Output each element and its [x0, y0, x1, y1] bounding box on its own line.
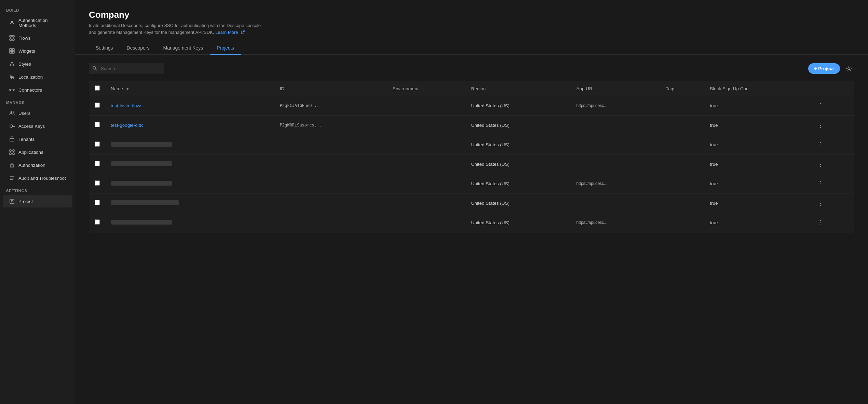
col-app-url: App URL [571, 81, 661, 96]
col-name: Name ▼ [105, 81, 274, 96]
row-environment [387, 154, 466, 174]
access-keys-icon [9, 123, 15, 129]
row-name [105, 174, 274, 193]
sidebar-item-project[interactable]: Project [3, 195, 72, 207]
tab-settings[interactable]: Settings [89, 42, 120, 55]
row-app-url: https://api.desc... [571, 174, 661, 193]
row-checkbox[interactable] [95, 142, 100, 147]
tab-descopers[interactable]: Descopers [120, 42, 157, 55]
row-checkbox[interactable] [95, 161, 100, 166]
select-all-checkbox[interactable] [95, 85, 100, 91]
row-app-url [571, 116, 661, 135]
row-environment [387, 193, 466, 213]
sidebar-item-access-keys[interactable]: Access Keys [3, 120, 72, 132]
row-id [274, 154, 387, 174]
tab-management-keys[interactable]: Management Keys [157, 42, 210, 55]
col-block-sign-up: Block Sign Up Con [704, 81, 810, 96]
row-checkbox[interactable] [95, 200, 100, 205]
search-input[interactable] [89, 63, 164, 74]
sidebar-item-applications[interactable]: Applications [3, 146, 72, 158]
row-select-cell [89, 116, 105, 135]
row-checkbox[interactable] [95, 219, 100, 225]
svg-point-19 [13, 111, 14, 113]
sidebar-item-label: Authorization [18, 163, 45, 168]
row-checkbox[interactable] [95, 122, 100, 127]
flows-icon [9, 35, 15, 41]
row-region: United States (US) [465, 154, 571, 174]
row-region: United States (US) [465, 193, 571, 213]
sidebar-item-audit[interactable]: Audit and Troubleshoot [3, 172, 72, 184]
row-more-button[interactable]: ⋮ [816, 179, 825, 188]
sort-icon[interactable]: ▼ [126, 87, 130, 91]
table-settings-button[interactable] [843, 63, 854, 74]
sidebar-item-authentication-methods[interactable]: Authentication Methods [3, 15, 72, 31]
row-name: test-invite-flows [105, 96, 274, 116]
row-actions-cell: ⋮ [810, 193, 854, 213]
row-app-url: https://api.desc... [571, 213, 661, 232]
row-more-button[interactable]: ⋮ [816, 120, 825, 130]
select-all-header[interactable] [89, 81, 105, 96]
sidebar-item-localization[interactable]: Localization [3, 71, 72, 83]
row-id: P2gW0RiSusorcs... [274, 116, 387, 135]
row-environment [387, 116, 466, 135]
sidebar-item-styles[interactable]: Styles [3, 58, 72, 70]
svg-rect-28 [13, 153, 14, 154]
table-row: United States (US)true⋮ [89, 135, 854, 154]
row-block-sign-up: true [704, 116, 810, 135]
row-actions-cell: ⋮ [810, 135, 854, 154]
row-checkbox[interactable] [95, 180, 100, 186]
sidebar-section-settings: Settings [0, 185, 75, 195]
row-block-sign-up: true [704, 135, 810, 154]
row-app-url: https://api.desc... [571, 96, 661, 116]
sidebar-item-widgets[interactable]: Widgets [3, 45, 72, 57]
row-region: United States (US) [465, 213, 571, 232]
sidebar-item-users[interactable]: Users [3, 107, 72, 119]
row-app-url [571, 154, 661, 174]
sidebar-item-label: Audit and Troubleshoot [18, 176, 66, 181]
sidebar-item-authorization[interactable]: Authorization [3, 159, 72, 171]
svg-rect-25 [10, 150, 11, 151]
table-row: United States (US)https://api.desc...tru… [89, 213, 854, 232]
add-project-button[interactable]: + Project [808, 63, 840, 74]
row-more-button[interactable]: ⋮ [816, 101, 825, 110]
row-actions-cell: ⋮ [810, 116, 854, 135]
tenants-icon [9, 136, 15, 142]
sidebar-item-tenants[interactable]: Tenants [3, 133, 72, 145]
svg-rect-4 [12, 39, 14, 40]
row-id: P2gkCJA1GFueO... [274, 96, 387, 116]
person-circle-icon [9, 20, 15, 26]
sidebar-item-label: Connectors [18, 87, 42, 93]
projects-table: Name ▼ ID Environment Region App URL Tag… [89, 81, 854, 232]
styles-icon [9, 61, 15, 67]
row-tags [660, 96, 704, 116]
row-actions-cell: ⋮ [810, 154, 854, 174]
localization-icon [9, 74, 15, 80]
toolbar: + Project [89, 63, 854, 74]
row-select-cell [89, 154, 105, 174]
row-id [274, 193, 387, 213]
row-tags [660, 174, 704, 193]
col-region: Region [465, 81, 571, 96]
sidebar-item-label: Access Keys [18, 124, 45, 129]
tabs-bar: Settings Descopers Management Keys Proje… [75, 36, 868, 55]
sidebar-item-flows[interactable]: Flows [3, 32, 72, 44]
tab-projects[interactable]: Projects [210, 42, 241, 55]
page-subtitle: Invite additional Descopers, configure S… [89, 22, 854, 36]
row-more-button[interactable]: ⋮ [816, 140, 825, 149]
row-checkbox[interactable] [95, 103, 100, 108]
sidebar-item-label: Authentication Methods [18, 18, 66, 28]
svg-rect-26 [13, 150, 14, 151]
page-header: Company Invite additional Descopers, con… [75, 0, 868, 36]
sidebar-section-manage: Manage [0, 96, 75, 107]
sidebar-item-connectors[interactable]: Connectors [3, 84, 72, 96]
svg-point-39 [848, 68, 850, 70]
learn-more-link[interactable]: Learn More [215, 30, 245, 35]
row-more-button[interactable]: ⋮ [816, 198, 825, 208]
row-select-cell [89, 96, 105, 116]
svg-rect-3 [10, 39, 12, 40]
row-select-cell [89, 174, 105, 193]
row-actions-cell: ⋮ [810, 174, 854, 193]
svg-rect-1 [10, 36, 12, 37]
row-more-button[interactable]: ⋮ [816, 159, 825, 169]
row-more-button[interactable]: ⋮ [816, 218, 825, 227]
